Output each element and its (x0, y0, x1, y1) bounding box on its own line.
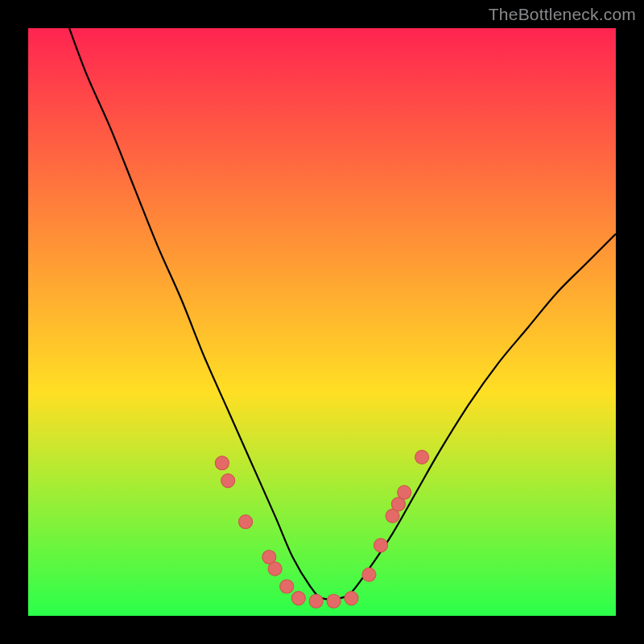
svg-rect-0 (28, 28, 616, 616)
background-gradient (28, 28, 616, 616)
watermark-text: TheBottleneck.com (489, 5, 636, 24)
plot-area (28, 28, 616, 616)
